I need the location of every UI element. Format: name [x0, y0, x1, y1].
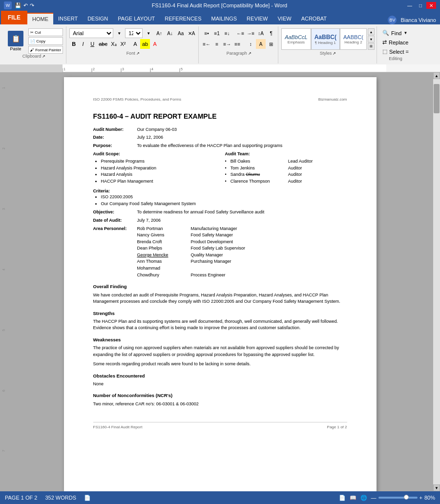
align-right-button[interactable]: ≡→ — [222, 39, 232, 49]
ribbon-tab-bar: FILE HOME INSERT DESIGN PAGE LAYOUT REFE… — [0, 11, 440, 24]
style-heading1[interactable]: AaBBC( ¶ Heading 1 — [311, 28, 340, 50]
numbering-button[interactable]: ≡1 — [212, 28, 222, 38]
tab-design[interactable]: DESIGN — [83, 13, 113, 24]
audit-scope-list: Prerequisite Programs Hazard Analysis Pr… — [93, 158, 215, 184]
bullets-button[interactable]: ≡• — [202, 28, 211, 38]
text-effects-button[interactable]: A — [131, 39, 140, 49]
multilevel-button[interactable]: ≡↓ — [222, 28, 232, 38]
table-row: Nancy Givens Food Safety Manager — [137, 232, 246, 238]
style-heading2[interactable]: AABBC( Heading 2 — [340, 28, 367, 50]
italic-button[interactable]: I — [79, 39, 87, 49]
tab-review[interactable]: REVIEW — [242, 13, 272, 24]
clipboard-expand-icon[interactable]: ↗ — [42, 54, 45, 59]
purpose-field: Purpose: To evaluate the effectiveness o… — [93, 143, 347, 149]
cut-button[interactable]: ✂ Cut — [28, 28, 63, 36]
styles-expand-icon[interactable]: ↗ — [333, 51, 336, 56]
increase-font-button[interactable]: A↑ — [154, 28, 164, 38]
font-color-button[interactable]: A — [150, 39, 159, 49]
team-member-role: Auditor — [288, 165, 302, 171]
zoom-thumb[interactable] — [404, 495, 409, 500]
highlight-button[interactable]: ab — [140, 39, 150, 49]
find-button[interactable]: 🔍 Find ▼ — [380, 28, 411, 38]
align-center-button[interactable]: ≡ — [212, 39, 222, 49]
view-web-icon[interactable]: 🌐 — [360, 495, 367, 501]
justify-button[interactable]: ≡≡ — [232, 39, 242, 49]
zoom-controls[interactable]: — + 80% — [371, 495, 435, 501]
paste-button[interactable]: 📋 Paste — [5, 30, 26, 52]
replace-button[interactable]: ⇄ Replace — [380, 38, 411, 47]
styles-scroll: ▲ ▼ ⊞ — [368, 28, 375, 50]
styles-scroll-up[interactable]: ▲ — [368, 28, 375, 35]
audit-team-table: • Bill Oakes Lead Auditor • Tom Jenkins … — [225, 158, 347, 184]
bold-button[interactable]: B — [69, 39, 78, 49]
tab-file[interactable]: FILE — [1, 11, 27, 24]
footer-left: FS1160-4 Final Audit Report — [93, 424, 143, 430]
scroll-track[interactable] — [433, 79, 440, 484]
window-controls: — □ ✕ — [405, 2, 436, 9]
line-spacing-button[interactable]: ↕ — [246, 39, 255, 49]
show-formatting-button[interactable]: ¶ — [266, 28, 276, 38]
window-title: FS1160-4 Final Audit Report [Compatibili… — [152, 2, 287, 8]
shading-button[interactable]: A — [256, 39, 266, 49]
tab-page-layout[interactable]: PAGE LAYOUT — [113, 13, 160, 24]
font-size-expand[interactable]: ▼ — [144, 28, 153, 38]
tab-mailings[interactable]: MAILINGS — [207, 13, 242, 24]
styles-scroll-down[interactable]: ▼ — [368, 36, 375, 42]
borders-button[interactable]: ⊞ — [266, 39, 276, 49]
redo-icon[interactable]: ↷ — [30, 2, 34, 9]
styles-more[interactable]: ⊞ — [368, 43, 375, 50]
decrease-indent-button[interactable]: ←≡ — [235, 28, 245, 38]
table-row: • Tom Jenkins Auditor — [225, 165, 347, 171]
scroll-thumb[interactable] — [434, 84, 440, 113]
tab-references[interactable]: REFERENCES — [160, 13, 206, 24]
date-field: Date: July 12, 2006 — [93, 134, 347, 141]
title-bar-left: W 💾 ↶ ↷ — [4, 1, 34, 9]
scroll-up-button[interactable]: ▲ — [433, 72, 440, 79]
header-left: ISO 22000 FSMS Policies, Procedures, and… — [93, 97, 182, 102]
clipboard-group: 📋 Paste ✂ Cut 📄 Copy 🖌 Format Painter Cl… — [2, 26, 66, 63]
zoom-out-button[interactable]: — — [371, 495, 377, 501]
decrease-font-button[interactable]: A↓ — [165, 28, 175, 38]
increase-indent-button[interactable]: →≡ — [246, 28, 255, 38]
superscript-button[interactable]: X² — [119, 39, 127, 49]
view-normal-icon[interactable]: 📄 — [339, 495, 346, 501]
font-expand-icon[interactable]: ↗ — [136, 51, 140, 56]
paragraph-expand-icon[interactable]: ↗ — [248, 51, 251, 56]
tab-insert[interactable]: INSERT — [53, 13, 83, 24]
view-reading-icon[interactable]: 📖 — [350, 495, 356, 501]
format-painter-button[interactable]: 🖌 Format Painter — [28, 46, 63, 54]
status-bar: PAGE 1 OF 2 352 WORDS 📄 📄 📖 🌐 — + 80% — [0, 491, 440, 504]
area-personnel-label: Area Personnel: — [93, 226, 137, 232]
undo-icon[interactable]: ↶ — [23, 2, 28, 9]
zoom-slider[interactable] — [378, 497, 418, 499]
person-name: Brenda Croft — [137, 239, 191, 245]
font-row2: B I U abc X₂ X² A ab A — [69, 39, 196, 49]
align-left-button[interactable]: ≡← — [202, 39, 211, 49]
audit-number-label: Audit Number: — [93, 126, 137, 133]
font-size-select[interactable]: 12 — [125, 28, 143, 38]
scroll-down-button[interactable]: ▼ — [433, 484, 440, 491]
tab-view[interactable]: VIEW — [273, 13, 296, 24]
zoom-in-button[interactable]: + — [419, 495, 422, 501]
clear-formatting-button[interactable]: ✕A — [187, 28, 196, 38]
tab-home[interactable]: HOME — [27, 13, 53, 24]
minimize-button[interactable]: — — [405, 2, 415, 9]
change-case-button[interactable]: Aa — [176, 28, 186, 38]
status-right: 📄 📖 🌐 — + 80% — [339, 495, 435, 501]
list-item: Hazard Analysis Preparation — [101, 165, 215, 171]
subscript-button[interactable]: X₂ — [109, 39, 118, 49]
sort-button[interactable]: ↕A — [256, 28, 266, 38]
scrollbar-right[interactable]: ▲ ▼ — [433, 72, 440, 491]
maximize-button[interactable]: □ — [416, 2, 425, 9]
save-icon[interactable]: 💾 — [15, 2, 21, 9]
select-button[interactable]: ⬚ Select = — [380, 47, 411, 56]
close-button[interactable]: ✕ — [426, 2, 436, 9]
font-name-select[interactable]: Arial — [69, 28, 113, 38]
underline-button[interactable]: U — [88, 39, 97, 49]
paragraph-label: Paragraph — [227, 51, 247, 56]
copy-button[interactable]: 📄 Copy — [28, 37, 63, 45]
strikethrough-button[interactable]: abc — [97, 39, 109, 49]
tab-acrobat[interactable]: ACROBAT — [296, 13, 332, 24]
style-emphasis[interactable]: AaBbCcL Emphasis — [281, 28, 311, 50]
font-name-expand[interactable]: ▼ — [114, 28, 124, 38]
